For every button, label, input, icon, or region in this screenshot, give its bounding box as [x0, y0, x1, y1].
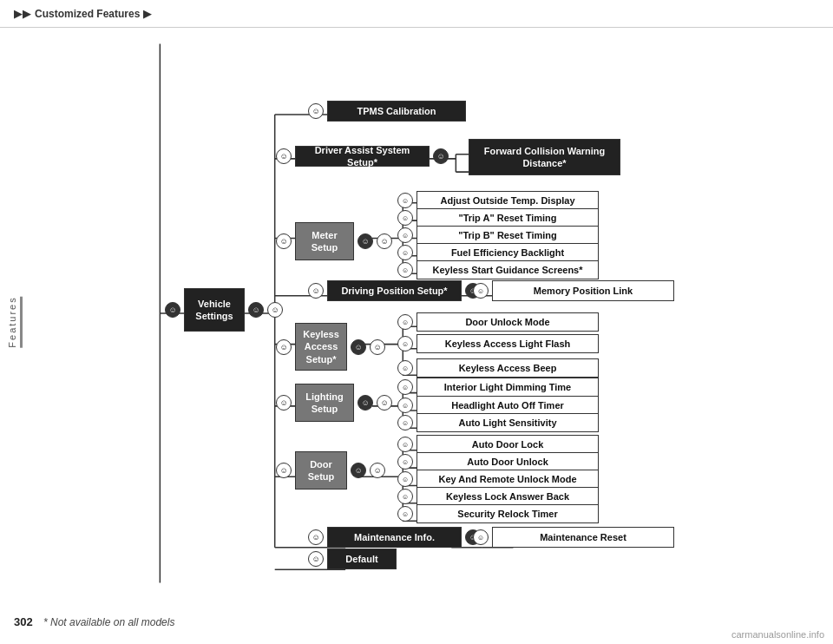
maintenance-reset-icon: ☺ Maintenance Reset: [473, 527, 674, 548]
trip-b-box: "Trip B" Reset Timing: [416, 226, 599, 245]
breadcrumb-icon: ▶▶: [14, 7, 31, 20]
watermark: carmanualsonline.info: [731, 629, 824, 640]
headlight-box: Headlight Auto Off Timer: [416, 396, 599, 415]
vehicle-settings-box: Vehicle Settings: [184, 288, 245, 332]
fuel-efficiency-icon: ☺ Fuel Efficiency Backlight: [397, 243, 599, 262]
memory-position-icon: ☺ Memory Position Link: [473, 280, 674, 301]
keyless-light-box: Keyless Access Light Flash: [416, 334, 599, 353]
auto-light-box: Auto Light Sensitivity: [416, 413, 599, 432]
forward-collision-box: Forward Collision Warning Distance*: [469, 139, 620, 175]
tpms-box: TPMS Calibration: [327, 101, 466, 122]
maintenance-info-box: Maintenance Info.: [327, 527, 462, 548]
sidebar-section: Features: [7, 296, 23, 347]
door-setup-box: Door Setup: [295, 451, 347, 490]
keyless-access-box: Keyless Access Setup*: [295, 323, 347, 371]
driving-position-box: Driving Position Setup*: [327, 280, 462, 301]
default-icon: ☺ Default: [308, 549, 397, 569]
footnote-text: * Not available on all models: [43, 616, 174, 628]
memory-position-box: Memory Position Link: [492, 280, 674, 301]
interior-light-box: Interior Light Dimming Time: [416, 378, 599, 397]
door-unlock-icon: ☺ Door Unlock Mode: [397, 312, 599, 332]
security-relock-box: Security Relock Timer: [416, 504, 599, 523]
driver-assist-icon: ☺ Driver Assist System Setup* ☺: [276, 146, 449, 167]
maintenance-info-icon: ☺ Maintenance Info. ☺: [308, 527, 481, 548]
auto-door-lock-icon: ☺ Auto Door Lock: [397, 435, 599, 454]
door-unlock-box: Door Unlock Mode: [416, 312, 599, 332]
meter-setup-box: Meter Setup: [295, 222, 354, 260]
keyless-start-box: Keyless Start Guidance Screens*: [416, 260, 599, 279]
trip-a-box: "Trip A" Reset Timing: [416, 208, 599, 227]
security-relock-icon: ☺ Security Relock Timer: [397, 504, 599, 523]
maintenance-reset-box: Maintenance Reset: [492, 527, 674, 548]
door-setup-icon: ☺ Door Setup ☺ ☺: [276, 451, 385, 490]
tpms-icon: ☺ TPMS Calibration: [308, 101, 466, 122]
lighting-setup-icon: ☺ Lighting Setup ☺ ☺: [276, 384, 392, 422]
meter-setup-icon: ☺ Meter Setup ☺ ☺: [276, 222, 392, 260]
auto-light-icon: ☺ Auto Light Sensitivity: [397, 413, 599, 432]
headlight-icon: ☺ Headlight Auto Off Timer: [397, 396, 599, 415]
driver-assist-box: Driver Assist System Setup*: [295, 146, 430, 167]
driving-position-icon: ☺ Driving Position Setup* ☺: [308, 280, 481, 301]
fuel-efficiency-box: Fuel Efficiency Backlight: [416, 243, 599, 262]
keyless-beep-box: Keyless Access Beep: [416, 358, 599, 378]
keyless-light-icon: ☺ Keyless Access Light Flash: [397, 334, 599, 353]
adjust-outside-box: Adjust Outside Temp. Display: [416, 191, 599, 210]
trip-b-icon: ☺ "Trip B" Reset Timing: [397, 226, 599, 245]
interior-light-icon: ☺ Interior Light Dimming Time: [397, 378, 599, 397]
keyless-access-icon: ☺ Keyless Access Setup* ☺ ☺: [276, 323, 385, 371]
key-remote-icon: ☺ Key And Remote Unlock Mode: [397, 470, 599, 489]
default-box: Default: [327, 549, 397, 569]
trip-a-icon: ☺ "Trip A" Reset Timing: [397, 208, 599, 227]
keyless-lock-box: Keyless Lock Answer Back: [416, 487, 599, 506]
auto-door-unlock-icon: ☺ Auto Door Unlock: [397, 452, 599, 471]
keyless-beep-icon: ☺ Keyless Access Beep: [397, 358, 599, 378]
vehicle-settings-icon: ☺ Vehicle Settings ☺ ☺: [165, 288, 283, 332]
keyless-lock-icon: ☺ Keyless Lock Answer Back: [397, 487, 599, 506]
auto-door-lock-box: Auto Door Lock: [416, 435, 599, 454]
forward-collision-container: Forward Collision Warning Distance*: [469, 139, 620, 175]
page-number: 302: [14, 615, 33, 628]
auto-door-unlock-box: Auto Door Unlock: [416, 452, 599, 471]
keyless-start-icon: ☺ Keyless Start Guidance Screens*: [397, 260, 599, 279]
lighting-setup-box: Lighting Setup: [295, 384, 354, 422]
diagram-container: ☺ TPMS Calibration ☺ Driver Assist Syste…: [52, 17, 824, 609]
sidebar-label: Features: [7, 296, 23, 347]
key-remote-box: Key And Remote Unlock Mode: [416, 470, 599, 489]
adjust-outside-icon: ☺ Adjust Outside Temp. Display: [397, 191, 599, 210]
